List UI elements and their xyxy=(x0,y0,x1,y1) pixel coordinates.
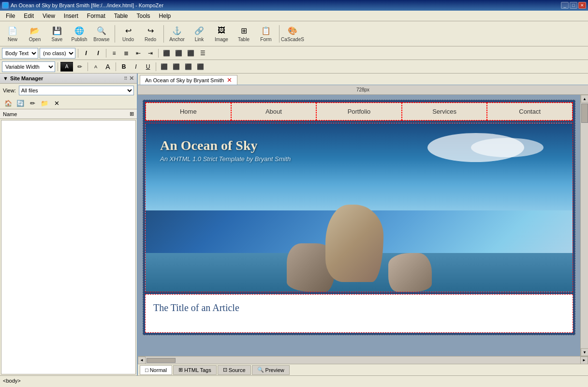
browse-icon: 🔍 xyxy=(96,25,107,36)
new-button[interactable]: 📄 New xyxy=(2,23,23,45)
indent-button[interactable]: ⇥ xyxy=(145,48,156,58)
menu-view[interactable]: View xyxy=(39,12,59,20)
align-left-2-button[interactable]: ⬛ xyxy=(159,62,169,72)
view-select[interactable]: All files xyxy=(19,86,134,95)
highlight-button[interactable]: ✏ xyxy=(74,62,85,72)
toolbar-sep-2 xyxy=(163,25,164,43)
file-list-sort-icon: ⊞ xyxy=(130,111,134,117)
redo-icon: ↪ xyxy=(145,25,156,36)
scroll-track[interactable] xyxy=(581,103,588,348)
align-right-2-button[interactable]: ⬛ xyxy=(183,62,193,72)
site-action-new-folder[interactable]: 📁 xyxy=(39,98,50,108)
tab-preview[interactable]: 🔍 Preview xyxy=(252,365,290,375)
italic-button[interactable]: I xyxy=(131,62,141,72)
site-action-home[interactable]: 🏠 xyxy=(3,98,14,108)
editor-tab-close-icon[interactable]: ✕ xyxy=(227,76,232,84)
table-button[interactable]: ⊞ Table xyxy=(233,23,254,45)
font-larger-button[interactable]: A xyxy=(103,62,113,72)
site-action-delete[interactable]: ✕ xyxy=(51,98,62,108)
scroll-h-track[interactable] xyxy=(146,357,580,364)
menu-help[interactable]: Help xyxy=(155,12,175,20)
window-controls: _ □ ✕ xyxy=(561,2,586,9)
menu-file[interactable]: File xyxy=(2,12,19,20)
nav-portfolio[interactable]: Portfolio xyxy=(316,103,402,120)
align-left-button[interactable]: ⬛ xyxy=(161,48,172,58)
vertical-scrollbar: ▲ ▼ xyxy=(580,95,588,356)
scroll-down-button[interactable]: ▼ xyxy=(581,348,588,356)
nav-about[interactable]: About xyxy=(231,103,317,120)
class-select[interactable]: (no class) xyxy=(40,48,75,59)
nav-services[interactable]: Services xyxy=(402,103,487,120)
publish-button[interactable]: 🌐 Publish xyxy=(69,23,90,45)
scroll-right-button[interactable]: ► xyxy=(580,357,588,364)
save-button[interactable]: 💾 Save xyxy=(46,23,68,45)
maximize-button[interactable]: □ xyxy=(570,2,577,9)
tab-source[interactable]: ⊡ Source xyxy=(218,365,251,375)
outdent-button[interactable]: ⇤ xyxy=(133,48,144,58)
link-label: Link xyxy=(195,37,204,42)
cascades-button[interactable]: 🎨 CaScadeS xyxy=(282,23,303,45)
tab-normal[interactable]: □ Normal xyxy=(140,365,172,375)
font-select[interactable]: Variable Width xyxy=(2,61,55,72)
undo-icon: ↩ xyxy=(123,25,133,36)
bold-italic-1-button[interactable]: I xyxy=(81,48,91,58)
scroll-left-button[interactable]: ◄ xyxy=(138,357,146,364)
align-center-2-button[interactable]: ⬛ xyxy=(171,62,181,72)
color-fg-button[interactable]: A xyxy=(60,62,73,72)
file-list-header: Name ⊞ xyxy=(0,109,137,119)
scroll-h-thumb[interactable] xyxy=(147,358,176,363)
hero-text: An Ocean of Sky An XHTML 1.0 Strict Temp… xyxy=(160,138,291,163)
underline-button[interactable]: U xyxy=(143,62,153,72)
anchor-button[interactable]: ⚓ Anchor xyxy=(166,23,188,45)
sky-area xyxy=(146,123,573,210)
save-label: Save xyxy=(52,37,63,42)
list-ul-button[interactable]: ≡ xyxy=(109,48,119,58)
fmt-sep-6 xyxy=(116,62,116,71)
undo-button[interactable]: ↩ Undo xyxy=(118,23,139,45)
nav-home[interactable]: Home xyxy=(146,103,231,120)
scroll-thumb[interactable] xyxy=(581,104,588,123)
cascades-label: CaScadeS xyxy=(281,37,304,42)
minimize-button[interactable]: _ xyxy=(561,2,569,9)
link-button[interactable]: 🔗 Link xyxy=(189,23,210,45)
menu-bar: File Edit View Insert Format Table Tools… xyxy=(0,11,588,21)
list-ol-button[interactable]: ≣ xyxy=(121,48,132,58)
align-center-button[interactable]: ⬛ xyxy=(173,48,184,58)
align-right-button[interactable]: ⬛ xyxy=(185,48,196,58)
app-icon: 🌐 xyxy=(2,2,9,9)
bold-button[interactable]: B xyxy=(118,62,129,72)
style-select[interactable]: Body Text xyxy=(2,48,38,59)
window-title: An Ocean of Sky by Bryant Smith [file:/.… xyxy=(11,2,163,8)
close-button[interactable]: ✕ xyxy=(578,2,586,9)
site-action-refresh[interactable]: 🔄 xyxy=(15,98,26,108)
menu-format[interactable]: Format xyxy=(83,12,109,20)
tab-html-tags[interactable]: ⊞ HTML Tags xyxy=(173,365,217,375)
menu-insert[interactable]: Insert xyxy=(60,12,82,20)
tab-html-label: HTML Tags xyxy=(184,367,211,373)
menu-edit[interactable]: Edit xyxy=(20,12,38,20)
toolbar-sep-3 xyxy=(279,25,279,43)
form-button[interactable]: 📋 Form xyxy=(255,23,277,45)
align-justify-2-button[interactable]: ⬛ xyxy=(195,62,206,72)
site-action-edit[interactable]: ✏ xyxy=(27,98,38,108)
menu-tools[interactable]: Tools xyxy=(133,12,154,20)
new-label: New xyxy=(8,37,17,42)
redo-button[interactable]: ↪ Redo xyxy=(140,23,161,45)
nav-contact[interactable]: Contact xyxy=(487,103,573,120)
align-justify-button[interactable]: ☰ xyxy=(197,48,208,58)
canvas-content[interactable]: Home About Portfolio Services Contact xyxy=(138,95,580,356)
link-icon: 🔗 xyxy=(194,25,205,36)
rock-center xyxy=(325,205,383,282)
file-list-area[interactable] xyxy=(1,120,136,374)
panel-collapse-icon[interactable]: ▼ xyxy=(3,75,8,81)
font-smaller-button[interactable]: A xyxy=(90,62,101,72)
scroll-up-button[interactable]: ▲ xyxy=(581,95,588,103)
panel-close-button[interactable]: ✕ xyxy=(129,75,134,82)
editor-tab-main[interactable]: An Ocean of Sky by Bryant Smith ✕ xyxy=(140,75,237,85)
bold-italic-2-button[interactable]: I xyxy=(93,48,103,58)
browse-button[interactable]: 🔍 Browse xyxy=(91,23,112,45)
view-row: View: All files xyxy=(0,84,137,97)
image-button[interactable]: 🖼 Image xyxy=(211,23,232,45)
menu-table[interactable]: Table xyxy=(110,12,132,20)
open-button[interactable]: 📂 Open xyxy=(24,23,45,45)
